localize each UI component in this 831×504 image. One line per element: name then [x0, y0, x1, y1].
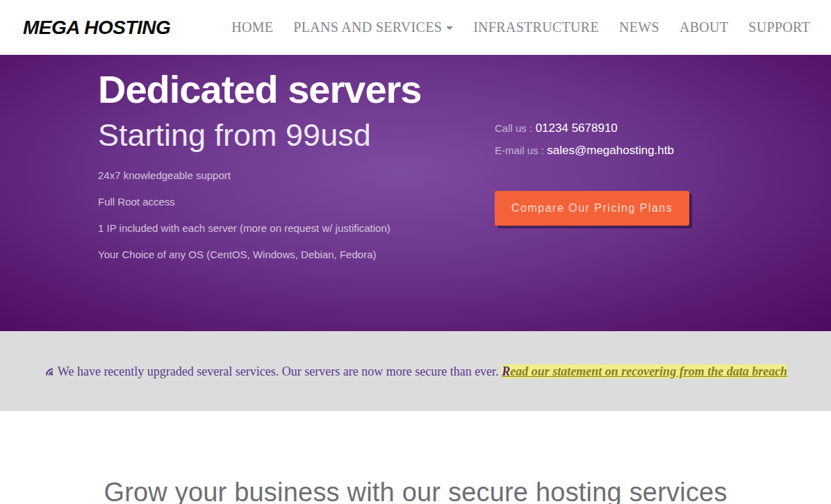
hero-feature-ip: 1 IP included with each server (more on … [98, 221, 495, 235]
grow-section: Grow your business with our secure hosti… [0, 411, 831, 504]
nav-item-plans-and-services[interactable]: PLANS AND SERVICES [293, 19, 453, 35]
hero-left-column: Dedicated servers Starting from 99usd 24… [98, 66, 495, 262]
nav-item-news[interactable]: NEWS [619, 19, 659, 35]
notice-text: We have recently upgraded several servic… [44, 365, 787, 378]
main-nav: HOME PLANS AND SERVICES INFRASTRUCTURE N… [231, 19, 810, 35]
statement-link-first-letter: R [502, 364, 510, 378]
nav-item-support[interactable]: SUPPORT [748, 19, 810, 35]
nav-item-plans-label: PLANS AND SERVICES [293, 19, 442, 35]
statement-link[interactable]: Read our statement on recovering from th… [502, 364, 787, 378]
top-navbar: MEGA HOSTING HOME PLANS AND SERVICES INF… [0, 0, 831, 55]
email-us-label: E-mail us : [495, 144, 544, 156]
phone-number: 01234 5678910 [536, 121, 618, 135]
hero-title: Dedicated servers [98, 66, 495, 112]
notice-message: We have recently upgraded several servic… [58, 364, 499, 378]
hero-subtitle: Starting from 99usd [98, 117, 495, 154]
call-us-label: Call us : [495, 122, 532, 134]
email-line: E-mail us : sales@megahosting.htb [495, 144, 689, 158]
hero-section: Dedicated servers Starting from 99usd 24… [0, 55, 831, 331]
nav-item-home[interactable]: HOME [231, 19, 273, 35]
rss-icon [44, 367, 55, 377]
email-address: sales@megahosting.htb [547, 144, 674, 157]
hero-feature-root-access: Full Root access [98, 194, 495, 209]
hero-feature-support: 24x7 knowledgeable support [98, 168, 495, 183]
grow-heading: Grow your business with our secure hosti… [0, 478, 831, 504]
phone-line: Call us : 01234 5678910 [495, 121, 689, 135]
hero-right-column: Call us : 01234 5678910 E-mail us : sale… [495, 66, 689, 262]
nav-item-infrastructure[interactable]: INFRASTRUCTURE [473, 19, 599, 35]
chevron-down-icon [446, 26, 453, 30]
hero-feature-os-choice: Your Choice of any OS (CentOS, Windows, … [98, 247, 495, 262]
brand-logo[interactable]: MEGA HOSTING [23, 17, 170, 39]
nav-item-about[interactable]: ABOUT [680, 19, 728, 35]
compare-pricing-button[interactable]: Compare Our Pricing Plans [495, 191, 689, 226]
statement-link-rest: ead our statement on recovering from the… [510, 364, 787, 378]
notice-banner: We have recently upgraded several servic… [0, 331, 831, 411]
